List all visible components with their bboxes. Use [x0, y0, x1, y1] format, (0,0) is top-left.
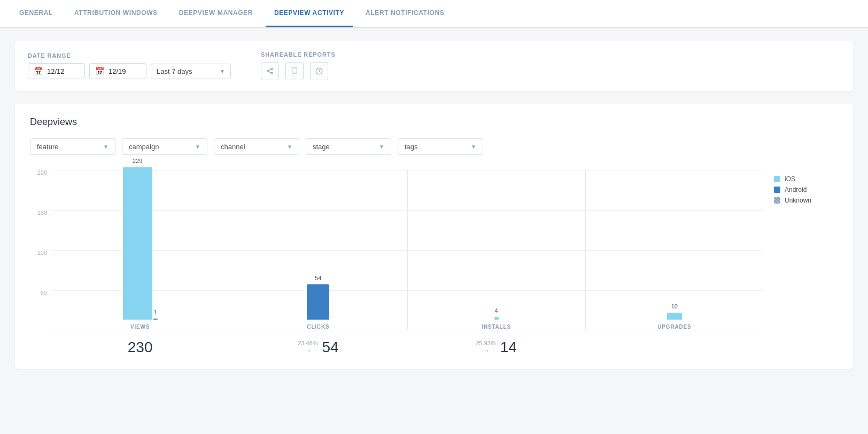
installs-change: 25.93% → [476, 340, 495, 355]
clicks-total: 54 [322, 339, 338, 356]
end-date-wrapper[interactable]: 📅 [89, 63, 146, 79]
shareable-icons-row [261, 62, 336, 80]
installs-total: 14 [500, 339, 517, 356]
legend-android-dot [774, 187, 780, 193]
stage-filter-label: stage [313, 143, 330, 151]
y-label-50: 50 [41, 290, 47, 296]
bar-group-clicks: 54 CLICKS [229, 170, 407, 330]
upgrades-value: 10 [671, 303, 678, 309]
bar-group-upgrades: 10 UPGRADES [586, 170, 763, 330]
installs-bar: 4 [494, 317, 499, 320]
campaign-filter-dropdown[interactable]: campaign ▼ [122, 138, 207, 155]
bar-group-views: 229 1 VIEWS [51, 170, 229, 330]
legend-unknown: Unknown [774, 197, 838, 204]
installs-summary: 25.93% → 14 [408, 339, 585, 356]
bars-row: 229 1 VIEWS [51, 170, 763, 330]
bookmark-button[interactable] [285, 62, 304, 80]
legend-ios-dot [774, 176, 780, 182]
campaign-filter-label: campaign [129, 143, 159, 151]
stage-filter-dropdown[interactable]: stage ▼ [306, 138, 391, 155]
legend-unknown-dot [774, 197, 780, 204]
clicks-value: 54 [315, 275, 321, 281]
y-label-150: 150 [37, 210, 47, 216]
clicks-summary: 23.48% → 54 [229, 339, 407, 356]
chevron-down-icon: ▼ [287, 144, 292, 150]
date-preset-dropdown[interactable]: Last 7 days ▼ [151, 64, 231, 79]
calendar-start-icon: 📅 [34, 67, 43, 75]
legend-android-label: Android [785, 186, 807, 193]
tab-attribution-windows[interactable]: ATTRIBUTION WINDOWS [66, 0, 166, 27]
svg-line-4 [269, 69, 271, 71]
installs-change-pct: 25.93% [476, 340, 495, 346]
chevron-down-icon: ▼ [103, 144, 108, 150]
chevron-down-icon: ▼ [220, 68, 225, 74]
date-range-card: DATE RANGE 📅 📅 Last 7 days ▼ SHAREABLE R… [15, 41, 853, 91]
history-button[interactable] [310, 62, 328, 80]
svg-point-0 [271, 68, 273, 70]
date-preset-label: Last 7 days [157, 67, 192, 75]
chart-area: 200 150 100 50 [30, 170, 838, 356]
installs-value: 4 [495, 307, 498, 314]
upgrades-bar: 10 [667, 313, 682, 320]
start-date-input[interactable] [47, 67, 79, 75]
tab-alert-notifications[interactable]: ALERT NOTIFICATIONS [357, 0, 453, 27]
legend-ios: iOS [774, 175, 838, 183]
views-ios-bar: 229 [123, 167, 152, 320]
main-content: DATE RANGE 📅 📅 Last 7 days ▼ SHAREABLE R… [0, 28, 868, 434]
bar-group-installs: 4 INSTALLS [408, 170, 585, 330]
views-summary: 230 [51, 339, 229, 356]
shareable-reports-section: SHAREABLE REPORTS [261, 51, 336, 80]
chevron-down-icon: ▼ [195, 144, 200, 150]
clicks-change-pct: 23.48% [298, 340, 317, 346]
chevron-down-icon: ▼ [379, 144, 384, 150]
top-navigation: GENERAL ATTRIBUTION WINDOWS DEEPVIEW MAN… [0, 0, 868, 28]
deepviews-card: Deepviews feature ▼ campaign ▼ channel ▼… [15, 104, 853, 369]
chart-plot-area: 229 1 VIEWS [51, 170, 763, 356]
channel-filter-dropdown[interactable]: channel ▼ [214, 138, 299, 155]
legend-android: Android [774, 186, 838, 193]
clicks-change-arrow: → [304, 346, 312, 355]
date-inputs: 📅 📅 Last 7 days ▼ [28, 63, 231, 79]
y-label-100: 100 [37, 250, 47, 256]
chart-legend: iOS Android Unknown [774, 170, 838, 356]
clicks-change: 23.48% → [298, 340, 317, 355]
feature-filter-dropdown[interactable]: feature ▼ [30, 138, 115, 155]
end-date-input[interactable] [108, 67, 141, 75]
tags-filter-dropdown[interactable]: tags ▼ [398, 138, 483, 155]
upgrades-label: UPGRADES [657, 324, 691, 330]
filter-row: feature ▼ campaign ▼ channel ▼ stage ▼ t… [30, 138, 838, 155]
feature-filter-label: feature [37, 143, 58, 151]
views-android-bar: 1 [153, 319, 158, 320]
y-axis: 200 150 100 50 [30, 170, 51, 330]
date-range-label: DATE RANGE [28, 52, 231, 59]
summary-row: 230 23.48% → 54 [51, 339, 763, 356]
tab-deepview-activity[interactable]: DEEPVIEW ACTIVITY [266, 0, 353, 27]
tab-deepview-manager[interactable]: DEEPVIEW MANAGER [170, 0, 261, 27]
views-android-value: 1 [154, 309, 157, 315]
clicks-bar: 54 [307, 284, 329, 320]
views-ios-value: 229 [133, 158, 142, 164]
shareable-reports-label: SHAREABLE REPORTS [261, 51, 336, 58]
svg-point-2 [271, 72, 273, 74]
date-range-section: DATE RANGE 📅 📅 Last 7 days ▼ [28, 52, 231, 79]
upgrades-summary [586, 339, 763, 356]
tags-filter-label: tags [405, 143, 418, 151]
channel-filter-label: channel [221, 143, 245, 151]
start-date-wrapper[interactable]: 📅 [28, 63, 85, 79]
y-label-200: 200 [37, 170, 47, 176]
legend-unknown-label: Unknown [785, 197, 811, 204]
chart-container: 200 150 100 50 [30, 170, 763, 356]
svg-point-1 [267, 70, 269, 72]
installs-change-arrow: → [482, 346, 490, 355]
svg-line-3 [269, 72, 271, 73]
tab-general[interactable]: GENERAL [11, 0, 61, 27]
share-button[interactable] [261, 62, 279, 80]
deepviews-title: Deepviews [30, 117, 838, 128]
views-label: VIEWS [130, 324, 150, 330]
installs-label: INSTALLS [482, 324, 511, 330]
chevron-down-icon: ▼ [471, 144, 476, 150]
legend-ios-label: iOS [785, 175, 795, 183]
calendar-end-icon: 📅 [95, 67, 104, 75]
views-total: 230 [128, 339, 153, 356]
clicks-label: CLICKS [307, 324, 329, 330]
